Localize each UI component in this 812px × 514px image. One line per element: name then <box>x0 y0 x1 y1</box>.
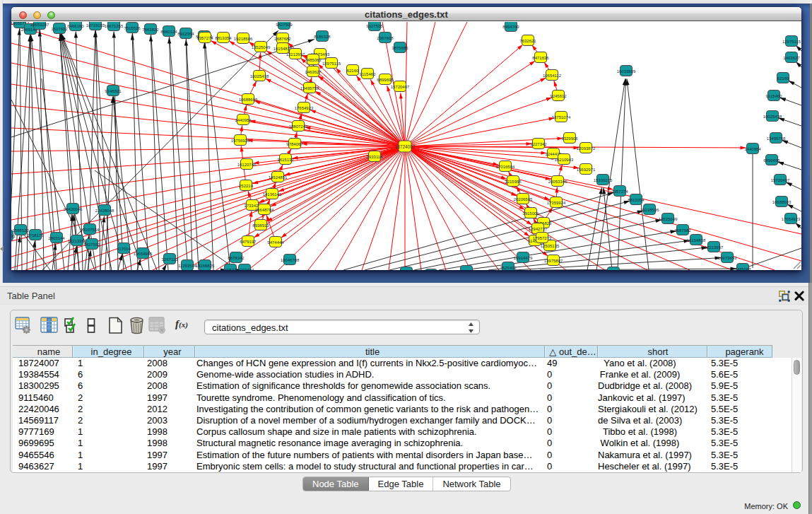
svg-text:1822031: 1822031 <box>11 234 16 238</box>
svg-text:8813054: 8813054 <box>215 36 232 40</box>
svg-text:1527602: 1527602 <box>51 27 68 31</box>
svg-text:19654985: 19654985 <box>134 252 153 256</box>
svg-text:12975115: 12975115 <box>322 62 341 66</box>
svg-text:62160: 62160 <box>777 76 789 81</box>
svg-text:7625402: 7625402 <box>500 266 517 270</box>
svg-text:10973493: 10973493 <box>718 256 737 260</box>
svg-text:18807249: 18807249 <box>289 124 308 129</box>
svg-text:13751074: 13751074 <box>552 115 571 119</box>
svg-text:10025438: 10025438 <box>250 74 269 78</box>
svg-text:16120746: 16120746 <box>237 163 257 167</box>
svg-text:16154838: 16154838 <box>687 238 706 243</box>
svg-text:14093484: 14093484 <box>235 268 254 271</box>
svg-text:3915001: 3915001 <box>522 211 539 216</box>
svg-text:9784067: 9784067 <box>458 269 475 271</box>
svg-text:7485063: 7485063 <box>305 58 322 62</box>
svg-text:8471636: 8471636 <box>532 56 549 60</box>
svg-text:10654112: 10654112 <box>543 74 562 78</box>
svg-text:2687682: 2687682 <box>274 37 291 41</box>
svg-text:15300275: 15300275 <box>594 178 613 182</box>
svg-text:7632621: 7632621 <box>519 39 536 43</box>
svg-text:9329906: 9329906 <box>561 136 578 141</box>
svg-text:19756928: 19756928 <box>231 139 250 143</box>
svg-text:13495758: 13495758 <box>767 136 786 141</box>
svg-text:1440954: 1440954 <box>744 147 761 151</box>
svg-text:2803144: 2803144 <box>48 236 65 240</box>
svg-text:9227342: 9227342 <box>530 142 547 146</box>
svg-text:6899695: 6899695 <box>763 158 780 163</box>
svg-text:2367608: 2367608 <box>377 36 394 40</box>
svg-text:17016504: 17016504 <box>496 165 515 169</box>
svg-text:3875685: 3875685 <box>392 46 408 50</box>
svg-text:15720407: 15720407 <box>391 85 410 89</box>
svg-text:19166825: 19166825 <box>196 264 215 268</box>
svg-text:1463627: 1463627 <box>305 70 322 74</box>
svg-text:16648784: 16648784 <box>255 208 274 212</box>
svg-text:20053346: 20053346 <box>548 180 567 184</box>
svg-text:8813054: 8813054 <box>628 198 645 202</box>
svg-text:17654923: 17654923 <box>295 106 314 110</box>
svg-text:1463627: 1463627 <box>783 56 800 60</box>
svg-text:9474444: 9474444 <box>267 240 284 245</box>
svg-text:18724007: 18724007 <box>395 144 416 149</box>
svg-text:17957273: 17957273 <box>533 236 552 240</box>
svg-text:9115460: 9115460 <box>360 72 377 76</box>
svg-text:12942737: 12942737 <box>529 227 548 231</box>
svg-text:17359924: 17359924 <box>547 201 566 205</box>
svg-text:10046788: 10046788 <box>281 258 300 262</box>
svg-text:14136141: 14136141 <box>263 192 282 197</box>
svg-text:8660124: 8660124 <box>160 30 177 34</box>
svg-text:8912954: 8912954 <box>177 32 194 36</box>
svg-text:7663822: 7663822 <box>142 28 159 32</box>
svg-text:2718176: 2718176 <box>27 233 44 238</box>
svg-text:8678342: 8678342 <box>228 256 245 260</box>
svg-text:6479197: 6479197 <box>240 240 257 244</box>
svg-text:6899695: 6899695 <box>377 78 394 82</box>
svg-text:16914479: 16914479 <box>514 256 533 260</box>
svg-text:3215956: 3215956 <box>505 180 522 184</box>
svg-text:22428048: 22428048 <box>95 209 114 213</box>
svg-text:12975115: 12975115 <box>782 40 801 44</box>
svg-text:16671355: 16671355 <box>105 24 124 28</box>
svg-text:15720407: 15720407 <box>771 178 790 182</box>
svg-text:13975887: 13975887 <box>544 259 563 263</box>
svg-text:2687682: 2687682 <box>674 228 691 233</box>
svg-text:1588520: 1588520 <box>12 228 29 233</box>
svg-text:7357274: 7357274 <box>611 189 628 194</box>
svg-text:19218506: 19218506 <box>234 37 253 41</box>
svg-text:12093872: 12093872 <box>577 146 596 151</box>
svg-text:10653287: 10653287 <box>30 23 49 27</box>
svg-text:417004: 417004 <box>117 247 131 251</box>
svg-text:12213957: 12213957 <box>705 245 724 250</box>
svg-text:9784067: 9784067 <box>286 142 303 146</box>
svg-text:7485063: 7485063 <box>734 267 751 271</box>
svg-text:9115460: 9115460 <box>766 94 783 98</box>
svg-text:13495758: 13495758 <box>300 86 319 90</box>
svg-text:15692971: 15692971 <box>577 168 596 172</box>
svg-text:7515526: 7515526 <box>124 26 141 30</box>
svg-text:6466160: 6466160 <box>67 24 84 28</box>
svg-text:62160: 62160 <box>347 69 359 73</box>
svg-text:16033809: 16033809 <box>617 69 636 74</box>
svg-text:19218506: 19218506 <box>640 208 659 212</box>
svg-text:13525049: 13525049 <box>252 45 271 49</box>
svg-text:17654923: 17654923 <box>782 217 801 221</box>
svg-text:1615132: 1615132 <box>277 158 294 162</box>
svg-text:8454749: 8454749 <box>502 25 519 29</box>
svg-text:12213957: 12213957 <box>286 52 305 57</box>
svg-text:3267110: 3267110 <box>162 257 179 262</box>
svg-text:9427552: 9427552 <box>83 243 100 247</box>
svg-text:16210943: 16210943 <box>555 158 574 162</box>
svg-text:10688603: 10688603 <box>772 200 792 204</box>
svg-text:8938913: 8938913 <box>252 223 269 228</box>
svg-text:8186328: 8186328 <box>314 35 331 39</box>
svg-text:23420046: 23420046 <box>64 207 83 211</box>
svg-text:9827509: 9827509 <box>276 23 293 27</box>
svg-text:9146821: 9146821 <box>105 89 122 93</box>
svg-text:252214: 252214 <box>239 184 254 188</box>
svg-text:10025438: 10025438 <box>763 115 782 119</box>
svg-text:9327505: 9327505 <box>366 24 383 28</box>
svg-text:10107554: 10107554 <box>81 228 100 232</box>
svg-text:11353594: 11353594 <box>178 264 197 268</box>
svg-text:9245612: 9245612 <box>550 94 567 98</box>
